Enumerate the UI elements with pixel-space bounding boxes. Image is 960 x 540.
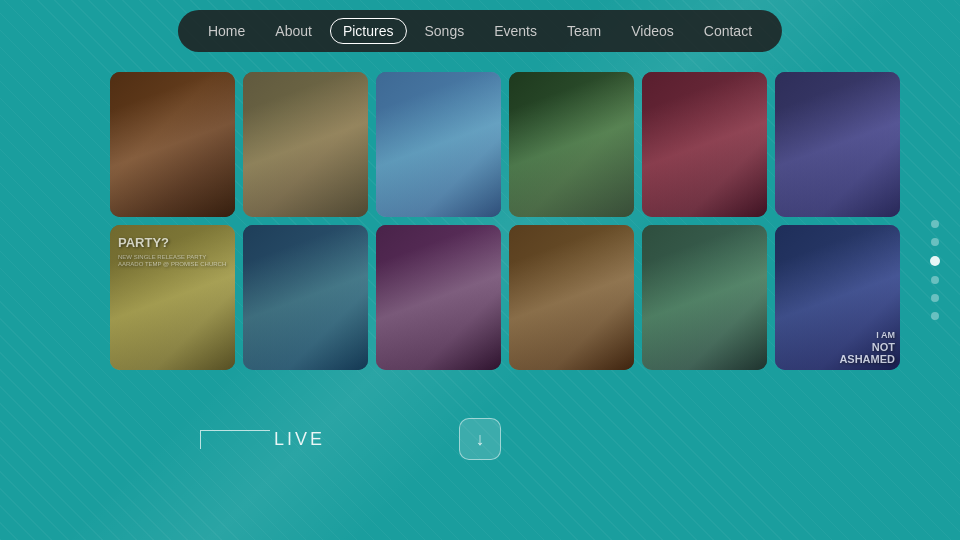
live-vertical-line [200,431,201,449]
nav-contact[interactable]: Contact [692,19,764,43]
pagination-dot-1[interactable] [931,220,939,228]
nav-songs[interactable]: Songs [412,19,476,43]
nav-home[interactable]: Home [196,19,257,43]
live-horizontal-line [200,430,270,431]
nav-team[interactable]: Team [555,19,613,43]
pagination-dot-4[interactable] [931,276,939,284]
nav-about[interactable]: About [263,19,324,43]
photo-2[interactable] [243,72,368,217]
pagination [930,220,940,320]
party-subtext: NEW SINGLE RELEASE PARTYAARADO TEMP @ PR… [118,254,226,268]
nav-events[interactable]: Events [482,19,549,43]
nav-pictures[interactable]: Pictures [330,18,407,44]
pagination-dot-2[interactable] [931,238,939,246]
photo-9[interactable] [376,225,501,370]
pagination-dot-6[interactable] [931,312,939,320]
scroll-down-button[interactable]: ↓ [459,418,501,460]
photo-11[interactable] [642,225,767,370]
live-text: LIVE [274,429,325,450]
photo-1[interactable] [110,72,235,217]
photo-4[interactable] [509,72,634,217]
photo-7[interactable]: PARTY? NEW SINGLE RELEASE PARTYAARADO TE… [110,225,235,370]
photo-3[interactable] [376,72,501,217]
party-text: PARTY? NEW SINGLE RELEASE PARTYAARADO TE… [118,235,226,268]
ashamed-text: I AM NOTASHAMED [839,331,895,365]
navigation: Home About Pictures Songs Events Team Vi… [178,10,782,52]
photo-8[interactable] [243,225,368,370]
photo-5[interactable] [642,72,767,217]
pagination-dot-5[interactable] [931,294,939,302]
photo-6[interactable] [775,72,900,217]
pagination-dot-3[interactable] [930,256,940,266]
live-line [200,430,270,449]
photo-grid: PARTY? NEW SINGLE RELEASE PARTYAARADO TE… [110,72,900,370]
down-arrow-icon: ↓ [476,429,485,450]
nav-videos[interactable]: Videos [619,19,686,43]
live-label-container: LIVE [200,429,325,450]
photo-10[interactable] [509,225,634,370]
photo-12[interactable]: I AM NOTASHAMED [775,225,900,370]
